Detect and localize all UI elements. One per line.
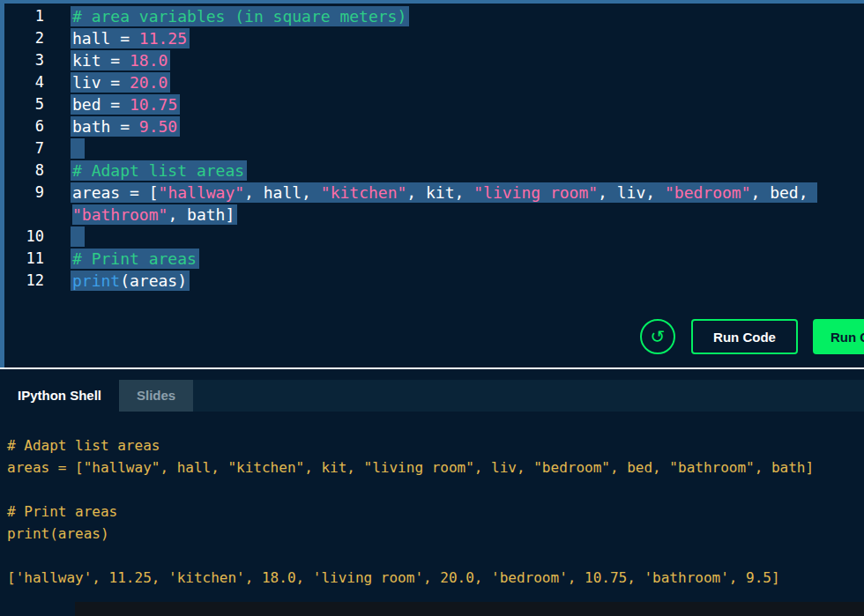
code-line[interactable]: 4liv = 20.0 [0, 71, 864, 93]
code-line[interactable]: 9areas = ["hallway", hall, "kitchen", ki… [0, 182, 864, 226]
line-number: 5 [0, 93, 44, 115]
shell-scrollbar[interactable] [75, 602, 864, 616]
code-line[interactable]: 7 [0, 137, 864, 160]
editor-actions: ↺ Run Code Run Code [0, 319, 864, 354]
code-editor[interactable]: 1# area variables (in square meters)2hal… [0, 0, 864, 367]
line-number: 8 [0, 160, 44, 182]
code-line[interactable]: 6bath = 9.50 [0, 115, 864, 137]
code-lines[interactable]: 1# area variables (in square meters)2hal… [0, 5, 864, 292]
shell-output-text: # Adapt list areas areas = ["hallway", h… [0, 412, 864, 589]
code-line[interactable]: 2hall = 11.25 [0, 27, 864, 49]
code-line[interactable]: 5bed = 10.75 [0, 93, 864, 115]
tab-ipython-shell[interactable]: IPython Shell [0, 380, 119, 412]
submit-run-button[interactable]: Run Code [813, 319, 864, 354]
line-number: 9 [0, 182, 44, 226]
line-number: 7 [0, 137, 44, 160]
run-code-button[interactable]: Run Code [691, 319, 798, 354]
line-number: 1 [0, 5, 44, 27]
code-line[interactable]: 11# Print areas [0, 248, 864, 270]
shell-tabbar: IPython Shell Slides [0, 380, 864, 412]
reset-button[interactable]: ↺ [640, 319, 675, 354]
tab-slides[interactable]: Slides [119, 380, 193, 412]
shell-output[interactable]: # Adapt list areas areas = ["hallway", h… [0, 412, 864, 616]
reset-icon: ↺ [651, 327, 666, 346]
line-number: 2 [0, 27, 44, 49]
code-line[interactable]: 1# area variables (in square meters) [0, 5, 864, 27]
code-line[interactable]: 10 [0, 226, 864, 248]
line-number: 3 [0, 49, 44, 71]
editor-top-border [0, 0, 864, 4]
line-number: 12 [0, 270, 44, 292]
line-number: 11 [0, 248, 44, 270]
code-line[interactable]: 12print(areas) [0, 270, 864, 292]
line-number: 6 [0, 115, 44, 137]
code-line[interactable]: 8# Adapt list areas [0, 160, 864, 182]
code-line[interactable]: 3kit = 18.0 [0, 49, 864, 71]
line-number: 10 [0, 226, 44, 248]
line-number: 4 [0, 71, 44, 93]
ipython-shell-pane: IPython Shell Slides # Adapt list areas … [0, 369, 864, 616]
